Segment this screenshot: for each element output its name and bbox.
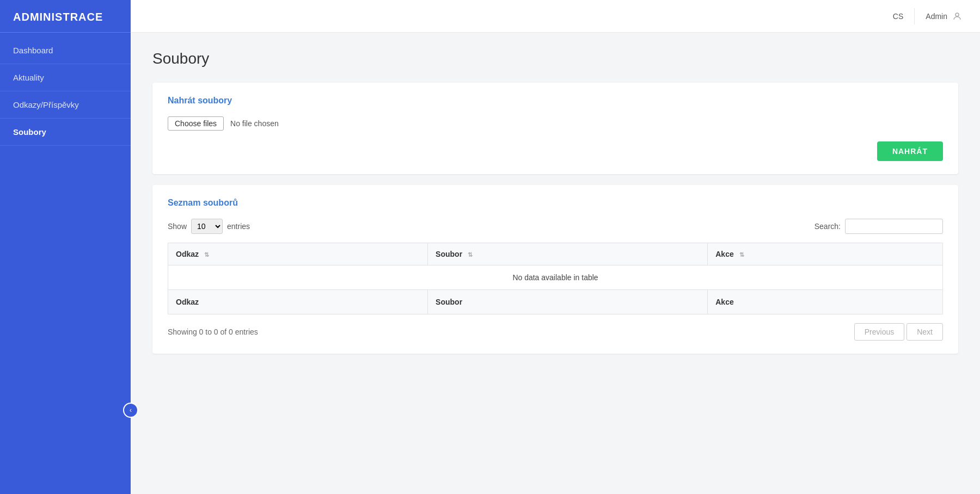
upload-button[interactable]: NAHRÁT: [877, 141, 943, 161]
sort-icon-akce: ⇅: [739, 251, 744, 258]
show-label: Show: [168, 222, 187, 231]
table-head: Odkaz ⇅ Soubor ⇅ Akce ⇅: [168, 243, 943, 265]
list-section-title: Seznam souborů: [168, 198, 943, 208]
sidebar-item-aktuality[interactable]: Aktuality: [0, 64, 131, 91]
page-title: Soubory: [152, 50, 958, 67]
sidebar-title: ADMINISTRACE: [0, 0, 131, 33]
list-card: Seznam souborů Show 10 25 50 100 entries…: [152, 185, 958, 354]
upload-button-row: NAHRÁT: [168, 141, 943, 161]
footer-col-akce: Akce: [708, 290, 943, 314]
sort-icon-odkaz: ⇅: [204, 251, 209, 258]
upload-section-title: Nahrát soubory: [168, 96, 943, 106]
pagination-buttons: Previous Next: [854, 323, 943, 341]
user-name: Admin: [926, 12, 947, 21]
empty-message: No data available in table: [168, 265, 943, 290]
pagination-row: Showing 0 to 0 of 0 entries Previous Nex…: [168, 323, 943, 341]
search-row: Search:: [814, 219, 943, 234]
files-table: Odkaz ⇅ Soubor ⇅ Akce ⇅: [168, 243, 943, 314]
table-foot: Odkaz Soubor Akce: [168, 290, 943, 314]
previous-button[interactable]: Previous: [854, 323, 904, 341]
next-button[interactable]: Next: [906, 323, 943, 341]
table-footer-row: Odkaz Soubor Akce: [168, 290, 943, 314]
sidebar: ADMINISTRACE Dashboard Aktuality Odkazy/…: [0, 0, 131, 494]
upload-card: Nahrát soubory Choose files No file chos…: [152, 83, 958, 174]
footer-col-soubor: Soubor: [428, 290, 708, 314]
file-input-row: Choose files No file chosen: [168, 116, 943, 131]
topbar-divider: [914, 8, 915, 24]
sidebar-collapse-button[interactable]: ‹: [123, 403, 138, 418]
page-content: Soubory Nahrát soubory Choose files No f…: [131, 33, 980, 494]
search-label: Search:: [814, 222, 841, 231]
no-file-label: No file chosen: [230, 119, 279, 128]
sidebar-item-soubory[interactable]: Soubory: [0, 119, 131, 146]
user-icon: [952, 11, 963, 22]
show-entries: Show 10 25 50 100 entries: [168, 219, 250, 234]
sidebar-item-dashboard[interactable]: Dashboard: [0, 37, 131, 64]
col-akce[interactable]: Akce ⇅: [708, 243, 943, 265]
col-soubor[interactable]: Soubor ⇅: [428, 243, 708, 265]
sort-icon-soubor: ⇅: [468, 251, 473, 258]
entries-select[interactable]: 10 25 50 100: [191, 219, 223, 234]
svg-point-0: [955, 13, 959, 16]
main-area: CS Admin Soubory Nahrát soubory Choose f…: [131, 0, 980, 494]
table-controls: Show 10 25 50 100 entries Search:: [168, 219, 943, 234]
topbar: CS Admin: [131, 0, 980, 33]
col-odkaz[interactable]: Odkaz ⇅: [168, 243, 428, 265]
table-empty-row: No data available in table: [168, 265, 943, 290]
table-header-row: Odkaz ⇅ Soubor ⇅ Akce ⇅: [168, 243, 943, 265]
topbar-user: Admin: [926, 11, 963, 22]
choose-files-button[interactable]: Choose files: [168, 116, 224, 131]
sidebar-item-odkazy[interactable]: Odkazy/Příspěvky: [0, 91, 131, 119]
sidebar-nav: Dashboard Aktuality Odkazy/Příspěvky Sou…: [0, 33, 131, 150]
search-input[interactable]: [845, 219, 943, 234]
showing-text: Showing 0 to 0 of 0 entries: [168, 328, 258, 336]
language-selector[interactable]: CS: [893, 12, 903, 21]
entries-label: entries: [227, 222, 250, 231]
table-body: No data available in table: [168, 265, 943, 290]
chevron-left-icon: ‹: [130, 406, 132, 414]
footer-col-odkaz: Odkaz: [168, 290, 428, 314]
